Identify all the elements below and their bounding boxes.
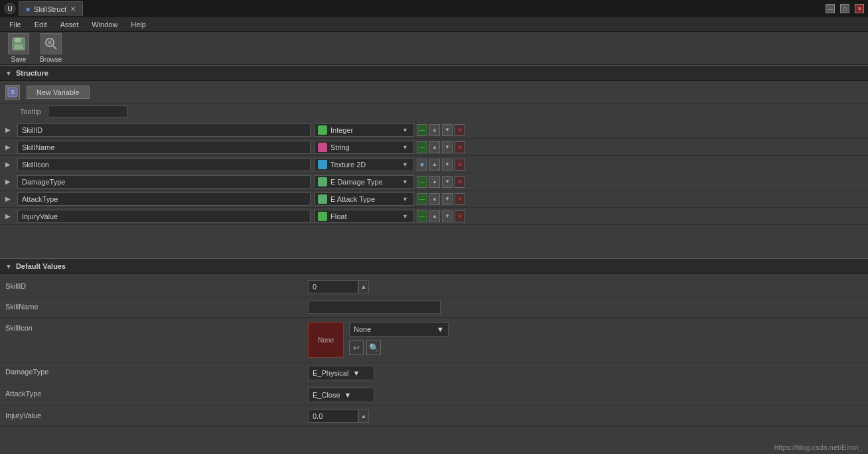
spin-up-button[interactable]: ▲ bbox=[358, 280, 369, 293]
search-icon-button[interactable]: 🔍 bbox=[366, 340, 381, 355]
list-item: SkillIcon None None ▼ ↩ 🔍 bbox=[0, 318, 868, 362]
delete-button[interactable]: ✕ bbox=[455, 176, 465, 188]
menu-asset[interactable]: Asset bbox=[54, 19, 86, 30]
tooltip-input[interactable] bbox=[48, 106, 127, 117]
expose-button[interactable]: — bbox=[417, 210, 427, 222]
browse-icon bbox=[40, 33, 62, 54]
menu-bar: File Edit Asset Window Help bbox=[0, 17, 868, 32]
expose-button[interactable]: — bbox=[417, 193, 427, 205]
icon-actions: ↩ 🔍 bbox=[349, 339, 449, 355]
expand-icon[interactable]: ▶ bbox=[5, 161, 15, 168]
move-up-button[interactable]: ▲ bbox=[429, 193, 440, 205]
expand-icon[interactable]: ▶ bbox=[5, 126, 15, 133]
maximize-button[interactable]: □ bbox=[840, 4, 849, 13]
move-down-button[interactable]: ▼ bbox=[442, 141, 453, 153]
delete-button[interactable]: ✕ bbox=[455, 124, 465, 136]
tab-close-icon[interactable]: ✕ bbox=[70, 5, 76, 13]
var-type-select[interactable]: Float ▼ bbox=[315, 210, 414, 223]
skillicon-value: None bbox=[354, 325, 371, 333]
injuryvalue-input[interactable] bbox=[308, 410, 358, 423]
move-down-button[interactable]: ▼ bbox=[442, 124, 453, 136]
var-name-input[interactable] bbox=[17, 175, 311, 189]
delete-button[interactable]: ✕ bbox=[455, 210, 465, 222]
delete-button[interactable]: ✕ bbox=[455, 141, 465, 153]
move-down-button[interactable]: ▼ bbox=[442, 159, 453, 171]
damagetype-value: E_Physical bbox=[313, 369, 348, 377]
expose-button[interactable]: — bbox=[417, 141, 427, 153]
defaults-title: Default Values bbox=[16, 262, 66, 270]
structure-collapse-icon[interactable]: ▼ bbox=[5, 70, 12, 77]
var-type-select[interactable]: Integer ▼ bbox=[315, 123, 414, 137]
spacer bbox=[0, 225, 868, 258]
table-row: ▶ Float ▼ — ▲ ▼ ✕ bbox=[0, 208, 868, 225]
tooltip-label: Tooltip bbox=[20, 108, 41, 115]
var-type-select[interactable]: E Attack Type ▼ bbox=[315, 192, 414, 206]
skillicon-dropdown-icon: ▼ bbox=[437, 325, 444, 333]
expand-icon[interactable]: ▶ bbox=[5, 143, 15, 151]
damagetype-dropdown-icon: ▼ bbox=[352, 369, 360, 377]
close-button[interactable]: ✕ bbox=[855, 4, 864, 13]
tooltip-row: Tooltip bbox=[0, 104, 868, 121]
var-name-input[interactable] bbox=[17, 141, 311, 154]
svg-text:U: U bbox=[7, 5, 12, 13]
var-name-input[interactable] bbox=[17, 123, 311, 137]
expose-button[interactable]: ■ bbox=[417, 159, 427, 171]
damagetype-select[interactable]: E_Physical ▼ bbox=[308, 366, 374, 380]
var-controls: — ▲ ▼ ✕ bbox=[417, 193, 465, 205]
new-variable-button[interactable]: New Variable bbox=[27, 86, 90, 99]
move-up-button[interactable]: ▲ bbox=[429, 176, 440, 188]
move-up-button[interactable]: ▲ bbox=[429, 124, 440, 136]
type-label: E Damage Type bbox=[330, 178, 383, 186]
var-name-input[interactable] bbox=[17, 210, 311, 223]
expose-button[interactable]: — bbox=[417, 176, 427, 188]
save-label: Save bbox=[11, 56, 27, 63]
var-type-select[interactable]: String ▼ bbox=[315, 141, 414, 154]
struct-icon: S bbox=[5, 85, 20, 100]
skillname-input[interactable] bbox=[308, 301, 441, 314]
reset-icon-button[interactable]: ↩ bbox=[349, 340, 364, 355]
attacktype-value: E_Close bbox=[313, 391, 340, 399]
minimize-button[interactable]: — bbox=[826, 4, 835, 13]
svg-rect-3 bbox=[15, 38, 21, 42]
list-item: SkillName bbox=[0, 297, 868, 318]
expand-icon[interactable]: ▶ bbox=[5, 178, 15, 185]
var-name-input[interactable] bbox=[17, 158, 311, 171]
table-row: ▶ Texture 2D ▼ ■ ▲ ▼ ✕ bbox=[0, 156, 868, 173]
skillid-field: ▲ bbox=[308, 280, 369, 293]
list-item: AttackType E_Close ▼ bbox=[0, 384, 868, 406]
delete-button[interactable]: ✕ bbox=[455, 159, 465, 171]
move-down-button[interactable]: ▼ bbox=[442, 176, 453, 188]
move-up-button[interactable]: ▲ bbox=[429, 159, 440, 171]
spin-up-button[interactable]: ▲ bbox=[358, 410, 369, 423]
var-controls: — ▲ ▼ ✕ bbox=[417, 141, 465, 153]
expand-icon[interactable]: ▶ bbox=[5, 195, 15, 202]
move-up-button[interactable]: ▲ bbox=[429, 141, 440, 153]
skillicon-none-label: None bbox=[318, 337, 334, 344]
var-type-select[interactable]: E Damage Type ▼ bbox=[315, 175, 414, 189]
expose-button[interactable]: — bbox=[417, 124, 427, 136]
menu-file[interactable]: File bbox=[3, 19, 28, 30]
skillicon-select[interactable]: None ▼ bbox=[349, 322, 449, 337]
move-down-button[interactable]: ▼ bbox=[442, 210, 453, 222]
delete-button[interactable]: ✕ bbox=[455, 193, 465, 205]
expand-icon[interactable]: ▶ bbox=[5, 212, 15, 220]
menu-help[interactable]: Help bbox=[124, 19, 153, 30]
structure-title: Structure bbox=[16, 69, 48, 77]
attacktype-select[interactable]: E_Close ▼ bbox=[308, 388, 374, 402]
type-label: String bbox=[330, 143, 350, 151]
move-up-button[interactable]: ▲ bbox=[429, 210, 440, 222]
var-type-select[interactable]: Texture 2D ▼ bbox=[315, 158, 414, 171]
save-button[interactable]: Save bbox=[5, 32, 32, 64]
skillid-input[interactable] bbox=[308, 280, 358, 293]
tab-skillstruct[interactable]: ■ SkillStruct ✕ bbox=[19, 1, 83, 16]
type-dropdown-icon: ▼ bbox=[399, 127, 411, 133]
browse-button[interactable]: Browse bbox=[37, 32, 64, 64]
move-down-button[interactable]: ▼ bbox=[442, 193, 453, 205]
default-field-label: InjuryValue bbox=[5, 410, 308, 419]
toolbar: Save Browse bbox=[0, 32, 868, 65]
defaults-collapse-icon[interactable]: ▼ bbox=[5, 263, 12, 270]
menu-window[interactable]: Window bbox=[85, 19, 124, 30]
menu-edit[interactable]: Edit bbox=[28, 19, 54, 30]
var-name-input[interactable] bbox=[17, 192, 311, 206]
default-field-label: DamageType bbox=[5, 366, 308, 376]
